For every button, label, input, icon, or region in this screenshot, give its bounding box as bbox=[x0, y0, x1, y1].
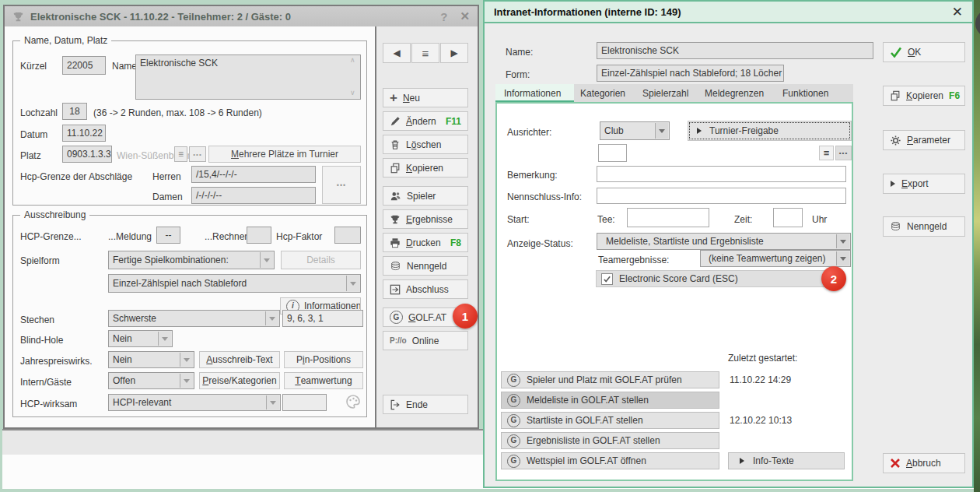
hcp-grenze-abschlaege-label: Hcp-Grenze der Abschläge bbox=[20, 171, 132, 182]
esc-row[interactable]: Electronic Score Card (ESC) bbox=[596, 270, 842, 287]
intern-dropdown[interactable]: Offen bbox=[108, 372, 194, 389]
tab-informationen[interactable]: Informationen bbox=[495, 84, 574, 103]
teamergebnisse-dropdown[interactable]: (keine Teamwertung zeigen) bbox=[700, 250, 851, 267]
esc-checkbox[interactable] bbox=[601, 273, 613, 285]
golfat-g-icon: G bbox=[507, 414, 520, 427]
golfat-g-icon: G bbox=[507, 455, 520, 468]
aendern-button[interactable]: Ändern F11 bbox=[383, 111, 468, 131]
golfat-g-icon: G bbox=[507, 394, 520, 407]
damen-field[interactable]: /-/-/-/-- bbox=[191, 187, 316, 204]
hcp-dots-button[interactable]: ••• bbox=[322, 166, 361, 204]
dropdown-arrow-icon bbox=[266, 395, 279, 409]
hcp-wirksam-label: HCP-wirksam bbox=[20, 399, 77, 409]
intranet-titlebar[interactable]: Intranet-Informationen (interne ID: 149)… bbox=[485, 2, 972, 23]
hcp-wirksam-dropdown[interactable]: HCPI-relevant bbox=[108, 394, 281, 411]
abschluss-button[interactable]: Abschluss bbox=[383, 279, 468, 299]
platz-menu-icon[interactable]: ≡ bbox=[174, 146, 187, 162]
stechen-dropdown[interactable]: Schwerste bbox=[108, 310, 280, 327]
name-label: Name: bbox=[506, 47, 533, 58]
info-texte-button[interactable]: Info-Texte bbox=[728, 452, 845, 469]
spieler-button[interactable]: Spieler bbox=[383, 186, 468, 206]
tab-spielerzahl[interactable]: Spielerzahl bbox=[642, 84, 688, 103]
name-field[interactable]: Elektronische SCK bbox=[597, 42, 873, 59]
form-field[interactable]: Einzel-Zählspiel nach Stableford; 18 Löc… bbox=[597, 65, 784, 82]
loeschen-button[interactable]: Löschen bbox=[383, 135, 468, 154]
pin-positions-button[interactable]: Pin-Positions bbox=[284, 351, 363, 368]
nav-list-button[interactable]: ≡ bbox=[411, 43, 439, 63]
wettspiel-button[interactable]: G Wettspiel im GOLF.AT öffnen bbox=[501, 452, 719, 469]
close-icon[interactable]: ✕ bbox=[952, 4, 963, 20]
ergebnisliste-button[interactable]: G Ergebnisliste in GOLF.AT stellen bbox=[501, 432, 719, 449]
pccaddie-online-icon: P://o bbox=[390, 336, 407, 345]
jahrespreis-dropdown[interactable]: Nein bbox=[108, 351, 194, 368]
help-icon[interactable]: ? bbox=[440, 10, 447, 23]
lochzahl-field[interactable]: 18 bbox=[62, 103, 87, 120]
abbruch-button[interactable]: Abbruch bbox=[883, 453, 965, 473]
hcp-extra-field[interactable] bbox=[282, 394, 327, 411]
neu-button[interactable]: + Neu bbox=[383, 88, 468, 107]
mehrere-plaetze-button[interactable]: Mehrere Plätze im Turnier bbox=[208, 146, 361, 163]
platz-dots-icon[interactable]: ••• bbox=[189, 146, 206, 162]
herren-label: Herren bbox=[152, 171, 181, 182]
drucken-button[interactable]: Drucken F8 bbox=[383, 233, 468, 252]
datum-field[interactable]: 11.10.22 bbox=[62, 125, 106, 142]
preise-kategorien-button[interactable]: Preise/Kategorien bbox=[199, 372, 280, 389]
online-button[interactable]: P://o Online bbox=[383, 331, 468, 350]
bemerkung-field[interactable] bbox=[597, 166, 846, 182]
nennschluss-field[interactable] bbox=[597, 188, 846, 204]
spielform-dropdown[interactable]: Fertige Spielkombinationen: bbox=[108, 251, 275, 269]
nenngeld-button[interactable]: Nenngeld bbox=[883, 216, 965, 237]
nav-prev-button[interactable]: ◀ bbox=[383, 43, 411, 63]
details-button[interactable]: Details bbox=[281, 251, 361, 269]
parameter-button[interactable]: Parameter bbox=[883, 130, 965, 150]
esc-label: Electronic Score Card (ESC) bbox=[619, 273, 738, 284]
zuletzt-gestartet-label: Zuletzt gestartet: bbox=[728, 353, 797, 364]
turnier-freigabe-button[interactable]: Turnier-Freigabe bbox=[688, 121, 852, 141]
name-label: Name bbox=[112, 61, 137, 72]
close-icon[interactable]: ✕ bbox=[460, 9, 470, 23]
blindhole-dropdown[interactable]: Nein bbox=[108, 330, 173, 347]
nav-next-button[interactable]: ▶ bbox=[440, 43, 468, 63]
kuerzel-field[interactable]: 22005 bbox=[62, 56, 106, 75]
palette-icon[interactable] bbox=[345, 393, 362, 410]
ende-button[interactable]: Ende bbox=[383, 395, 468, 414]
platz-field[interactable]: 0903.1.3.3 bbox=[62, 146, 112, 163]
meldung-field[interactable]: -- bbox=[156, 227, 180, 244]
ausrichter-dropdown[interactable]: Club bbox=[600, 121, 670, 140]
tab-funktionen[interactable]: Funktionen bbox=[782, 84, 828, 103]
meldeliste-button[interactable]: G Meldeliste in GOLF.AT stellen bbox=[501, 392, 719, 409]
ergebnisse-button[interactable]: Ergebnisse bbox=[383, 209, 468, 229]
golfat-check-button[interactable]: G Spieler und Platz mit GOLF.AT prüfen bbox=[501, 371, 719, 388]
tournament-titlebar[interactable]: Elektronische SCK - 11.10.22 - Teilnehme… bbox=[5, 6, 478, 26]
ausschreib-text-button[interactable]: Ausschreib-Text bbox=[199, 351, 280, 368]
herren-field[interactable]: /15,4/--/-/- bbox=[191, 166, 316, 183]
tab-meldegrenzen[interactable]: Meldegrenzen bbox=[705, 84, 764, 103]
more-dots-icon[interactable]: ••• bbox=[835, 146, 852, 160]
ok-button[interactable]: OK bbox=[883, 42, 965, 62]
nenngeld-button[interactable]: Nenngeld bbox=[383, 256, 468, 276]
anzeige-status-dropdown[interactable]: Meldeliste, Startliste und Ergebnisliste bbox=[597, 233, 851, 250]
export-button[interactable]: Export bbox=[883, 174, 965, 194]
dropdown-arrow-icon bbox=[260, 252, 273, 268]
fkey-label: F11 bbox=[446, 116, 461, 127]
ausrichter-code-field[interactable] bbox=[598, 144, 627, 162]
tee-field[interactable] bbox=[627, 208, 709, 227]
spielart-dropdown[interactable]: Einzel-Zählspiel nach Stableford bbox=[108, 274, 361, 293]
bemerkung-label: Bemerkung: bbox=[507, 170, 558, 181]
list-menu-icon[interactable]: ≡ bbox=[819, 146, 834, 160]
name-field[interactable]: Elektronische SCK bbox=[135, 54, 361, 100]
teamwertung-button[interactable]: Teamwertung bbox=[284, 372, 363, 389]
printer-icon bbox=[390, 237, 401, 248]
rechnen-field[interactable] bbox=[247, 227, 271, 244]
tab-kategorien[interactable]: Kategorien bbox=[580, 84, 625, 103]
scroll-down-icon[interactable]: ∨ bbox=[350, 89, 355, 97]
kopieren-button[interactable]: Kopieren bbox=[383, 158, 468, 177]
scroll-up-icon[interactable]: ∧ bbox=[350, 56, 355, 64]
zeit-field[interactable] bbox=[773, 208, 803, 227]
kopieren-button[interactable]: Kopieren F6 bbox=[883, 86, 965, 106]
startliste-button[interactable]: G Startliste in GOLF.AT stellen bbox=[501, 412, 719, 429]
hcpfaktor-field[interactable] bbox=[334, 227, 361, 244]
stechen-detail-field[interactable]: 9, 6, 3, 1 bbox=[282, 310, 363, 327]
window-title: Elektronische SCK - 11.10.22 - Teilnehme… bbox=[30, 11, 291, 23]
dropdown-arrow-icon bbox=[180, 353, 193, 367]
